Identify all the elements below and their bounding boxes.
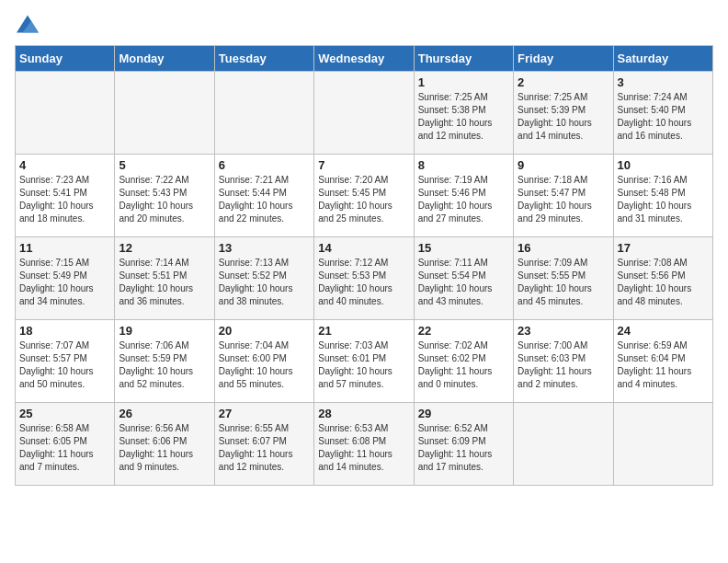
day-info: Sunrise: 7:20 AM Sunset: 5:45 PM Dayligh… — [318, 174, 409, 225]
day-info: Sunrise: 7:03 AM Sunset: 6:01 PM Dayligh… — [318, 339, 409, 391]
day-number: 22 — [418, 324, 509, 338]
day-number: 20 — [219, 324, 310, 338]
calendar-cell: 14Sunrise: 7:12 AM Sunset: 5:53 PM Dayli… — [314, 237, 414, 320]
calendar-week-row: 18Sunrise: 7:07 AM Sunset: 5:57 PM Dayli… — [16, 320, 713, 403]
header-saturday: Saturday — [613, 46, 712, 72]
calendar-cell — [115, 72, 214, 155]
day-number: 8 — [418, 158, 509, 172]
calendar-cell: 27Sunrise: 6:55 AM Sunset: 6:07 PM Dayli… — [214, 403, 313, 486]
calendar-cell: 26Sunrise: 6:56 AM Sunset: 6:06 PM Dayli… — [115, 403, 214, 486]
day-number: 19 — [119, 324, 210, 338]
calendar-cell: 2Sunrise: 7:25 AM Sunset: 5:39 PM Daylig… — [514, 72, 613, 155]
calendar-cell: 5Sunrise: 7:22 AM Sunset: 5:43 PM Daylig… — [115, 155, 214, 237]
day-info: Sunrise: 7:18 AM Sunset: 5:47 PM Dayligh… — [518, 174, 609, 225]
calendar-cell: 29Sunrise: 6:52 AM Sunset: 6:09 PM Dayli… — [414, 403, 513, 486]
day-number: 4 — [19, 158, 110, 172]
calendar-cell: 7Sunrise: 7:20 AM Sunset: 5:45 PM Daylig… — [314, 155, 414, 237]
calendar-week-row: 4Sunrise: 7:23 AM Sunset: 5:41 PM Daylig… — [16, 155, 713, 237]
calendar-table: SundayMondayTuesdayWednesdayThursdayFrid… — [15, 45, 713, 486]
calendar-cell: 19Sunrise: 7:06 AM Sunset: 5:59 PM Dayli… — [115, 320, 214, 403]
day-info: Sunrise: 7:24 AM Sunset: 5:40 PM Dayligh… — [618, 91, 709, 143]
day-number: 6 — [219, 158, 310, 172]
calendar-cell: 25Sunrise: 6:58 AM Sunset: 6:05 PM Dayli… — [16, 403, 115, 486]
calendar-cell: 1Sunrise: 7:25 AM Sunset: 5:38 PM Daylig… — [414, 72, 513, 155]
calendar-cell: 12Sunrise: 7:14 AM Sunset: 5:51 PM Dayli… — [115, 237, 214, 320]
calendar-cell: 15Sunrise: 7:11 AM Sunset: 5:54 PM Dayli… — [414, 237, 513, 320]
header-monday: Monday — [115, 46, 214, 72]
calendar-cell: 20Sunrise: 7:04 AM Sunset: 6:00 PM Dayli… — [214, 320, 313, 403]
day-info: Sunrise: 7:19 AM Sunset: 5:46 PM Dayligh… — [418, 174, 509, 225]
header-thursday: Thursday — [414, 46, 513, 72]
calendar-week-row: 11Sunrise: 7:15 AM Sunset: 5:49 PM Dayli… — [16, 237, 713, 320]
day-number: 18 — [19, 324, 110, 338]
day-info: Sunrise: 7:11 AM Sunset: 5:54 PM Dayligh… — [418, 257, 509, 308]
calendar-cell: 4Sunrise: 7:23 AM Sunset: 5:41 PM Daylig… — [16, 155, 115, 237]
calendar-cell: 28Sunrise: 6:53 AM Sunset: 6:08 PM Dayli… — [314, 403, 414, 486]
day-info: Sunrise: 7:25 AM Sunset: 5:38 PM Dayligh… — [418, 91, 509, 143]
calendar-cell: 9Sunrise: 7:18 AM Sunset: 5:47 PM Daylig… — [514, 155, 613, 237]
day-info: Sunrise: 6:53 AM Sunset: 6:08 PM Dayligh… — [318, 422, 409, 474]
day-number: 23 — [518, 324, 609, 338]
day-number: 17 — [618, 241, 709, 255]
calendar-cell: 10Sunrise: 7:16 AM Sunset: 5:48 PM Dayli… — [613, 155, 712, 237]
day-number: 27 — [219, 407, 310, 420]
day-info: Sunrise: 7:23 AM Sunset: 5:41 PM Dayligh… — [19, 174, 110, 225]
day-number: 1 — [418, 75, 509, 89]
logo — [15, 15, 39, 38]
day-number: 2 — [518, 75, 609, 89]
day-info: Sunrise: 7:12 AM Sunset: 5:53 PM Dayligh… — [318, 257, 409, 308]
calendar-cell — [613, 403, 712, 486]
calendar-cell: 24Sunrise: 6:59 AM Sunset: 6:04 PM Dayli… — [613, 320, 712, 403]
logo-icon — [17, 15, 39, 33]
calendar-cell — [514, 403, 613, 486]
calendar-cell — [314, 72, 414, 155]
day-info: Sunrise: 7:07 AM Sunset: 5:57 PM Dayligh… — [19, 339, 110, 391]
day-number: 12 — [119, 241, 210, 255]
day-info: Sunrise: 7:14 AM Sunset: 5:51 PM Dayligh… — [119, 257, 210, 308]
day-number: 13 — [219, 241, 310, 255]
day-info: Sunrise: 6:52 AM Sunset: 6:09 PM Dayligh… — [418, 422, 509, 474]
day-info: Sunrise: 7:06 AM Sunset: 5:59 PM Dayligh… — [119, 339, 210, 391]
header-sunday: Sunday — [16, 46, 115, 72]
day-info: Sunrise: 7:00 AM Sunset: 6:03 PM Dayligh… — [518, 339, 609, 391]
day-info: Sunrise: 7:13 AM Sunset: 5:52 PM Dayligh… — [219, 257, 310, 308]
calendar-cell: 13Sunrise: 7:13 AM Sunset: 5:52 PM Dayli… — [214, 237, 313, 320]
day-number: 26 — [119, 407, 210, 420]
calendar-cell: 6Sunrise: 7:21 AM Sunset: 5:44 PM Daylig… — [214, 155, 313, 237]
header-tuesday: Tuesday — [214, 46, 313, 72]
day-number: 15 — [418, 241, 509, 255]
day-info: Sunrise: 7:16 AM Sunset: 5:48 PM Dayligh… — [618, 174, 709, 225]
page-header — [15, 15, 713, 38]
day-info: Sunrise: 7:22 AM Sunset: 5:43 PM Dayligh… — [119, 174, 210, 225]
calendar-cell: 8Sunrise: 7:19 AM Sunset: 5:46 PM Daylig… — [414, 155, 513, 237]
day-info: Sunrise: 7:15 AM Sunset: 5:49 PM Dayligh… — [19, 257, 110, 308]
day-number: 3 — [618, 75, 709, 89]
calendar-cell: 3Sunrise: 7:24 AM Sunset: 5:40 PM Daylig… — [613, 72, 712, 155]
calendar-cell: 23Sunrise: 7:00 AM Sunset: 6:03 PM Dayli… — [514, 320, 613, 403]
day-info: Sunrise: 7:08 AM Sunset: 5:56 PM Dayligh… — [618, 257, 709, 308]
calendar-cell: 16Sunrise: 7:09 AM Sunset: 5:55 PM Dayli… — [514, 237, 613, 320]
day-number: 24 — [618, 324, 709, 338]
calendar-header-row: SundayMondayTuesdayWednesdayThursdayFrid… — [16, 46, 713, 72]
day-number: 7 — [318, 158, 409, 172]
day-info: Sunrise: 7:21 AM Sunset: 5:44 PM Dayligh… — [219, 174, 310, 225]
calendar-cell: 22Sunrise: 7:02 AM Sunset: 6:02 PM Dayli… — [414, 320, 513, 403]
day-info: Sunrise: 7:02 AM Sunset: 6:02 PM Dayligh… — [418, 339, 509, 391]
calendar-cell: 18Sunrise: 7:07 AM Sunset: 5:57 PM Dayli… — [16, 320, 115, 403]
day-info: Sunrise: 7:25 AM Sunset: 5:39 PM Dayligh… — [518, 91, 609, 143]
calendar-cell — [16, 72, 115, 155]
day-number: 11 — [19, 241, 110, 255]
header-wednesday: Wednesday — [314, 46, 414, 72]
day-number: 28 — [318, 407, 409, 420]
day-number: 21 — [318, 324, 409, 338]
day-info: Sunrise: 6:55 AM Sunset: 6:07 PM Dayligh… — [219, 422, 310, 474]
day-info: Sunrise: 7:09 AM Sunset: 5:55 PM Dayligh… — [518, 257, 609, 308]
day-number: 29 — [418, 407, 509, 420]
day-number: 14 — [318, 241, 409, 255]
day-info: Sunrise: 6:56 AM Sunset: 6:06 PM Dayligh… — [119, 422, 210, 474]
calendar-week-row: 1Sunrise: 7:25 AM Sunset: 5:38 PM Daylig… — [16, 72, 713, 155]
calendar-cell: 17Sunrise: 7:08 AM Sunset: 5:56 PM Dayli… — [613, 237, 712, 320]
day-info: Sunrise: 6:59 AM Sunset: 6:04 PM Dayligh… — [618, 339, 709, 391]
header-friday: Friday — [514, 46, 613, 72]
day-number: 9 — [518, 158, 609, 172]
